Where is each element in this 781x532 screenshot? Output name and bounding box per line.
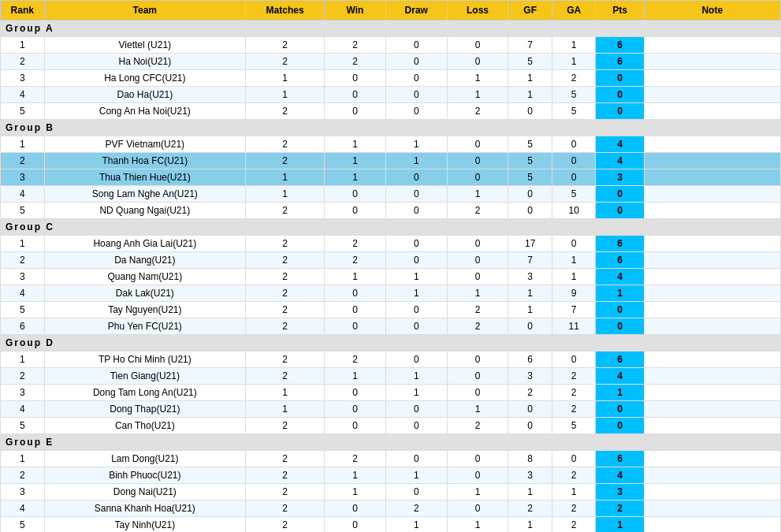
cell-rank: 1 xyxy=(1,37,45,54)
cell-win: 2 xyxy=(325,236,386,252)
cell-rank: 1 xyxy=(1,451,45,467)
cell-rank: 5 xyxy=(1,517,45,533)
cell-note xyxy=(644,269,780,285)
cell-gf: 0 xyxy=(508,418,552,434)
cell-loss: 1 xyxy=(447,484,508,500)
cell-ga: 0 xyxy=(552,352,596,368)
cell-win: 1 xyxy=(325,484,386,500)
table-row: 4 Dong Thap(U21) 1 0 0 1 0 2 0 xyxy=(1,401,781,418)
table-row: 3 Dong Nai(U21) 2 1 0 1 1 1 3 xyxy=(1,484,781,500)
cell-win: 0 xyxy=(325,70,386,87)
table-row: 2 Thanh Hoa FC(U21) 2 1 1 0 5 0 4 xyxy=(1,153,781,169)
cell-gf: 3 xyxy=(508,467,552,484)
cell-team: Dao Ha(U21) xyxy=(44,87,246,103)
cell-rank: 2 xyxy=(1,54,45,70)
cell-draw: 1 xyxy=(385,385,447,401)
cell-gf: 0 xyxy=(508,103,552,120)
cell-gf: 0 xyxy=(508,203,552,219)
cell-win: 1 xyxy=(325,269,386,285)
cell-win: 1 xyxy=(325,467,386,484)
cell-pts: 1 xyxy=(596,285,644,302)
cell-team: Can Tho(U21) xyxy=(44,418,246,434)
cell-gf: 1 xyxy=(508,302,552,318)
cell-draw: 0 xyxy=(385,87,447,103)
group-name: Group D xyxy=(1,335,781,352)
header-gf: GF xyxy=(508,1,552,20)
cell-matches: 2 xyxy=(246,451,325,467)
cell-note xyxy=(644,203,780,219)
cell-matches: 2 xyxy=(246,484,325,500)
cell-draw: 0 xyxy=(385,186,447,203)
cell-matches: 1 xyxy=(246,186,325,203)
cell-team: ND Quang Ngai(U21) xyxy=(44,203,246,219)
cell-gf: 0 xyxy=(508,401,552,418)
cell-pts: 6 xyxy=(596,451,644,467)
cell-note xyxy=(644,302,780,318)
cell-loss: 1 xyxy=(447,285,508,302)
cell-note xyxy=(644,186,780,203)
cell-loss: 1 xyxy=(447,186,508,203)
table-row: 4 Song Lam Nghe An(U21) 1 0 0 1 0 5 0 xyxy=(1,186,781,203)
cell-ga: 1 xyxy=(552,37,596,54)
cell-loss: 1 xyxy=(447,517,508,533)
cell-ga: 0 xyxy=(552,153,596,169)
cell-loss: 1 xyxy=(447,87,508,103)
cell-pts: 3 xyxy=(596,169,644,186)
cell-rank: 5 xyxy=(1,103,45,120)
cell-win: 2 xyxy=(325,352,386,368)
cell-matches: 2 xyxy=(246,54,325,70)
cell-win: 0 xyxy=(325,302,386,318)
cell-note xyxy=(644,236,780,252)
cell-team: Hoang Anh Gia Lai(U21) xyxy=(44,236,246,252)
cell-pts: 0 xyxy=(596,103,644,120)
cell-loss: 2 xyxy=(447,302,508,318)
cell-pts: 0 xyxy=(596,70,644,87)
cell-ga: 5 xyxy=(552,87,596,103)
header-rank: Rank xyxy=(1,1,45,20)
cell-rank: 4 xyxy=(1,401,45,418)
cell-ga: 0 xyxy=(552,236,596,252)
cell-ga: 5 xyxy=(552,418,596,434)
cell-rank: 4 xyxy=(1,186,45,203)
cell-rank: 1 xyxy=(1,352,45,368)
cell-draw: 0 xyxy=(385,70,447,87)
cell-matches: 2 xyxy=(246,500,325,517)
cell-gf: 7 xyxy=(508,252,552,269)
cell-team: Tay Ninh(U21) xyxy=(44,517,246,533)
cell-matches: 1 xyxy=(246,169,325,186)
cell-matches: 2 xyxy=(246,302,325,318)
table-row: 1 Viettel (U21) 2 2 0 0 7 1 6 xyxy=(1,37,781,54)
cell-matches: 2 xyxy=(246,252,325,269)
cell-pts: 6 xyxy=(596,236,644,252)
cell-note xyxy=(644,517,780,533)
cell-note xyxy=(644,252,780,269)
header-team: Team xyxy=(44,1,246,20)
cell-win: 1 xyxy=(325,368,386,385)
cell-draw: 0 xyxy=(385,54,447,70)
header-ga: GA xyxy=(552,1,596,20)
cell-note xyxy=(644,285,780,302)
table-row: 5 Cong An Ha Noi(U21) 2 0 0 2 0 5 0 xyxy=(1,103,781,120)
header-loss: Loss xyxy=(447,1,508,20)
cell-rank: 5 xyxy=(1,302,45,318)
cell-win: 0 xyxy=(325,87,386,103)
cell-rank: 1 xyxy=(1,136,45,153)
cell-draw: 0 xyxy=(385,37,447,54)
cell-gf: 2 xyxy=(508,500,552,517)
cell-gf: 3 xyxy=(508,269,552,285)
cell-ga: 11 xyxy=(552,318,596,335)
cell-team: Cong An Ha Noi(U21) xyxy=(44,103,246,120)
cell-ga: 5 xyxy=(552,186,596,203)
cell-note xyxy=(644,484,780,500)
cell-gf: 1 xyxy=(508,484,552,500)
cell-matches: 2 xyxy=(246,368,325,385)
cell-rank: 1 xyxy=(1,236,45,252)
group-name: Group B xyxy=(1,120,781,136)
cell-rank: 3 xyxy=(1,169,45,186)
cell-draw: 1 xyxy=(385,285,447,302)
cell-rank: 3 xyxy=(1,484,45,500)
cell-note xyxy=(644,467,780,484)
header-note: Note xyxy=(644,1,780,20)
cell-team: Ha Noi(U21) xyxy=(44,54,246,70)
cell-loss: 0 xyxy=(447,451,508,467)
